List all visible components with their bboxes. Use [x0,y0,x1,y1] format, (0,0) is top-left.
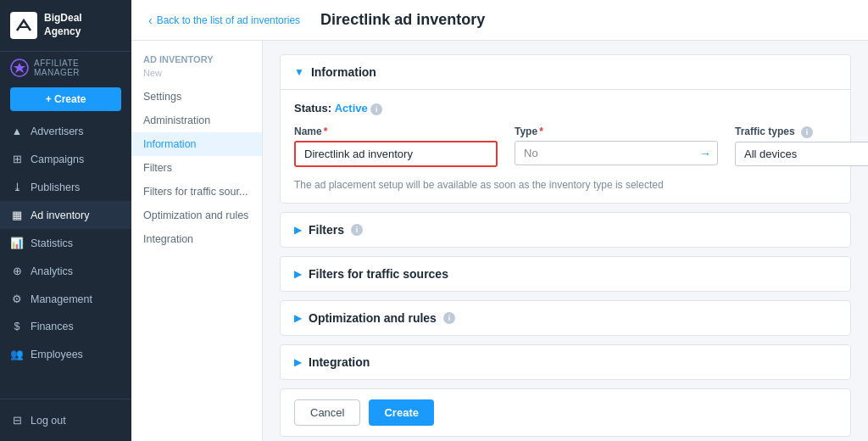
management-icon: ⚙ [10,293,24,305]
sub-nav-information[interactable]: Information [131,132,262,156]
type-arrow-icon: → [699,147,711,160]
name-type-row: Name* Type* No [294,126,837,167]
traffic-select-wrapper: All devices Desktop Mobile Tablet ▾ [735,142,868,166]
sub-nav-settings[interactable]: Settings [131,85,262,109]
name-input-wrapper [294,141,498,167]
nav-item-publishers[interactable]: ⤓ Publishers [0,173,131,201]
filters-traffic-section-header[interactable]: ▶ Filters for traffic sources [281,257,850,291]
nav-item-management[interactable]: ⚙ Management [0,285,131,313]
optimization-info-icon: i [443,312,455,324]
traffic-form-group: Traffic types i All devices Desktop Mobi… [735,126,868,166]
optimization-section: ▶ Optimization and rules i [280,300,851,336]
create-submit-button[interactable]: Create [369,399,433,426]
content-layout: Ad inventory New Settings Administration… [131,41,868,441]
information-toggle-icon: ▼ [294,66,304,78]
status-label: Status: [294,102,331,114]
page-title: Directlink ad inventory [320,11,485,29]
app-sub: Agency [44,25,82,39]
logo-area: BigDeal Agency [0,0,131,52]
sub-nav-administration[interactable]: Administration [131,109,262,132]
status-info-icon: i [370,103,382,115]
statistics-icon: 📊 [10,237,24,249]
logout-icon: ⊟ [10,414,24,427]
back-link[interactable]: ‹ Back to the list of ad inventories [148,14,300,27]
create-button[interactable]: + Create [10,87,121,111]
placement-notice: The ad placement setup will be available… [294,179,837,191]
filters-traffic-section: ▶ Filters for traffic sources [280,256,851,292]
nav-label-ad-inventory: Ad inventory [31,209,89,221]
publishers-icon: ⤓ [10,181,24,193]
nav-label-statistics: Statistics [31,237,73,249]
information-section: ▼ Information Status: Active i Name* [280,54,851,204]
information-section-body: Status: Active i Name* [281,90,850,203]
sidebar: BigDeal Agency AFFILIATE MANAGER + Creat… [0,0,131,441]
sidebar-footer: ⊟ Log out [0,399,131,441]
name-input[interactable] [296,142,496,165]
analytics-icon: ⊕ [10,265,24,277]
name-label: Name* [294,126,498,137]
nav-label-finances: Finances [31,321,74,332]
optimization-toggle-icon: ▶ [294,312,302,324]
ad-inventory-icon: ▦ [10,209,24,221]
type-row: No → [515,141,718,165]
integration-section: ▶ Integration [280,344,851,380]
nav-item-logout[interactable]: ⊟ Log out [0,406,131,434]
nav-item-finances[interactable]: $ Finances [0,313,131,340]
filters-section: ▶ Filters i [280,212,851,248]
logo-icon [10,12,37,39]
affiliate-badge: AFFILIATE MANAGER [0,52,131,84]
form-actions: Cancel Create [280,388,851,437]
nav-label-analytics: Analytics [31,265,73,277]
svg-rect-0 [10,12,37,39]
advertisers-icon: ▲ [10,126,24,137]
type-value-display: No [515,141,718,165]
employees-icon: 👥 [10,348,24,360]
nav-item-campaigns[interactable]: ⊞ Campaigns [0,145,131,173]
filters-traffic-section-title: Filters for traffic sources [309,267,448,281]
name-required: * [324,126,328,137]
back-chevron-icon: ‹ [148,14,153,27]
traffic-info-icon: i [801,126,813,138]
sub-sidebar: Ad inventory New Settings Administration… [131,41,263,441]
filters-traffic-toggle-icon: ▶ [294,268,302,280]
status-value: Active [335,102,368,114]
nav-item-analytics[interactable]: ⊕ Analytics [0,257,131,285]
sub-sidebar-header: Ad inventory [131,51,262,66]
affiliate-icon [10,59,29,77]
sub-nav-integration[interactable]: Integration [131,227,262,251]
type-form-group: Type* No → [515,126,718,165]
status-row: Status: Active i [294,102,837,115]
traffic-label: Traffic types i [735,126,868,138]
nav-label-publishers: Publishers [31,181,80,193]
sub-sidebar-new: New [131,66,262,85]
nav-label-employees: Employees [31,349,83,360]
filters-section-header[interactable]: ▶ Filters i [281,213,850,247]
traffic-select[interactable]: All devices Desktop Mobile Tablet [736,142,868,165]
filters-toggle-icon: ▶ [294,224,302,236]
sub-nav-optimization[interactable]: Optimization and rules [131,204,262,227]
form-area: ▼ Information Status: Active i Name* [263,41,868,441]
nav-item-statistics[interactable]: 📊 Statistics [0,229,131,257]
nav-label-management: Management [31,293,92,305]
nav-label-campaigns: Campaigns [31,154,84,165]
integration-section-header[interactable]: ▶ Integration [281,345,850,379]
optimization-section-title: Optimization and rules [309,311,437,325]
finances-icon: $ [10,321,24,332]
filters-section-title: Filters [309,223,344,237]
topbar: ‹ Back to the list of ad inventories Dir… [131,0,868,41]
integration-section-title: Integration [309,355,370,369]
nav-label-logout: Log out [31,415,66,427]
optimization-section-header[interactable]: ▶ Optimization and rules i [281,301,850,335]
role-label: AFFILIATE MANAGER [34,59,121,77]
nav-item-employees[interactable]: 👥 Employees [0,340,131,368]
filters-info-icon: i [351,224,363,236]
cancel-button[interactable]: Cancel [294,399,360,426]
nav-item-ad-inventory[interactable]: ▦ Ad inventory [0,201,131,229]
type-required: * [539,126,543,137]
sub-nav-filters[interactable]: Filters [131,156,262,180]
sub-nav-filters-traffic[interactable]: Filters for traffic sour... [131,180,262,204]
nav-item-advertisers[interactable]: ▲ Advertisers [0,118,131,145]
information-section-header[interactable]: ▼ Information [281,55,850,90]
app-name: BigDeal [44,12,82,25]
main-area: ‹ Back to the list of ad inventories Dir… [131,0,868,441]
